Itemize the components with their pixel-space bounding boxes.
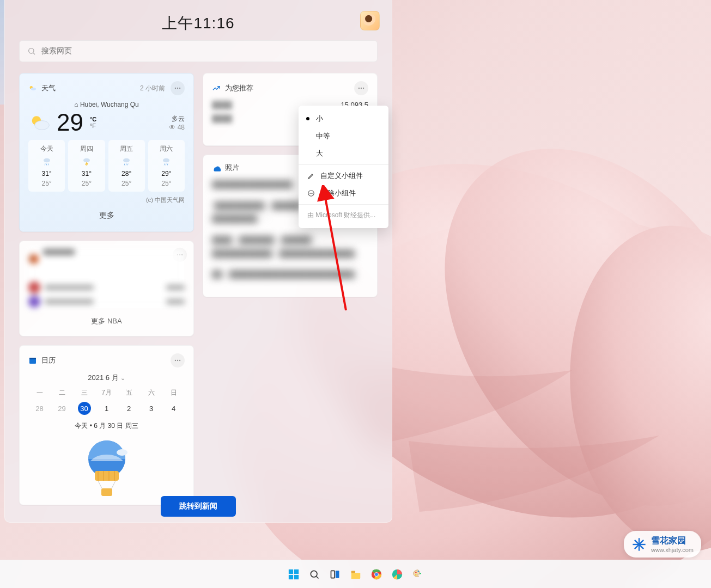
svg-point-33 xyxy=(179,360,180,361)
browser2-button[interactable] xyxy=(389,566,405,583)
svg-point-22 xyxy=(163,158,169,163)
svg-line-41 xyxy=(111,481,116,489)
svg-point-4 xyxy=(29,48,34,53)
svg-line-16 xyxy=(48,164,48,166)
finance-title: 为您推荐 xyxy=(225,83,253,93)
svg-line-23 xyxy=(165,164,165,166)
svg-line-40 xyxy=(98,481,102,489)
weather-attribution: (c) 中国天气网 xyxy=(28,196,185,204)
svg-point-45 xyxy=(361,88,362,89)
weather-condition: 多云 👁 48 xyxy=(169,114,185,131)
svg-point-43 xyxy=(117,449,127,456)
menu-customize-widget[interactable]: 自定义小组件 xyxy=(299,167,388,185)
calendar-more-button[interactable] xyxy=(171,353,185,367)
svg-line-24 xyxy=(166,164,167,166)
snowflake-icon xyxy=(631,537,647,552)
svg-line-19 xyxy=(124,164,125,166)
svg-point-44 xyxy=(358,88,360,89)
weather-more-button[interactable] xyxy=(171,81,185,95)
svg-point-18 xyxy=(123,158,130,163)
svg-point-58 xyxy=(311,571,317,577)
weather-now-icon xyxy=(28,112,50,133)
svg-line-21 xyxy=(127,164,128,166)
svg-line-25 xyxy=(168,164,168,166)
forecast-day[interactable]: 周五28°25° xyxy=(108,140,145,192)
calendar-month[interactable]: 2021 6 月 xyxy=(28,373,185,383)
svg-rect-57 xyxy=(294,574,298,579)
svg-rect-35 xyxy=(95,471,119,481)
svg-rect-54 xyxy=(288,569,293,573)
forecast-day[interactable]: 今天31°25° xyxy=(28,140,65,192)
pencil-icon xyxy=(307,172,315,180)
svg-point-65 xyxy=(375,573,378,576)
forecast-day[interactable]: 周四31°25° xyxy=(68,140,105,192)
svg-rect-61 xyxy=(335,571,339,578)
search-icon xyxy=(27,47,36,56)
svg-point-46 xyxy=(363,88,364,89)
taskbar[interactable] xyxy=(0,560,711,588)
taskview-button[interactable] xyxy=(327,566,343,583)
svg-point-68 xyxy=(417,571,419,572)
svg-rect-42 xyxy=(101,488,112,496)
svg-point-8 xyxy=(175,88,176,89)
menu-size-medium[interactable]: 中等 xyxy=(299,127,388,145)
svg-point-9 xyxy=(177,88,178,89)
forecast-day[interactable]: 周六29°25° xyxy=(148,140,185,192)
desktop-edge xyxy=(0,0,4,523)
menu-remove-widget[interactable]: 删除小组件 xyxy=(299,185,388,202)
svg-rect-62 xyxy=(351,571,355,573)
paint-button[interactable] xyxy=(410,566,426,583)
sports-more-link[interactable]: 更多 NBA xyxy=(28,316,185,326)
clock: 上午11:16 xyxy=(162,13,234,34)
svg-line-59 xyxy=(316,576,318,578)
calendar-widget[interactable]: 日历 2021 6 月 一二三7月五六日 28 29 30 1 xyxy=(19,345,194,505)
onedrive-icon xyxy=(212,163,221,172)
search-placeholder: 搜索网页 xyxy=(41,46,72,56)
bullet-icon xyxy=(306,117,309,120)
svg-point-13 xyxy=(44,158,50,163)
weather-temp: 29 xyxy=(57,111,83,134)
watermark-url: www.xhjaty.com xyxy=(651,547,694,553)
user-avatar[interactable] xyxy=(360,11,380,30)
finance-more-button[interactable] xyxy=(354,81,368,95)
remove-icon xyxy=(307,189,315,197)
svg-point-67 xyxy=(415,572,417,573)
svg-line-5 xyxy=(33,53,35,54)
taskbar-search-button[interactable] xyxy=(306,566,323,583)
svg-line-14 xyxy=(45,164,45,166)
calendar-illustration xyxy=(28,437,185,497)
svg-point-10 xyxy=(179,88,180,89)
menu-size-large[interactable]: 大 xyxy=(299,145,388,162)
weather-icon xyxy=(28,84,37,93)
calendar-icon xyxy=(28,356,37,365)
explorer-button[interactable] xyxy=(348,566,364,583)
svg-rect-60 xyxy=(331,571,335,578)
weather-title: 天气 xyxy=(41,83,56,93)
calendar-grid[interactable]: 一二三7月五六日 28 29 30 1 2 3 4 xyxy=(28,386,185,417)
svg-point-32 xyxy=(177,360,178,361)
svg-point-69 xyxy=(420,572,421,574)
widgets-panel: 上午11:16 搜索网页 天气 2 小时前 xyxy=(4,0,392,523)
svg-rect-55 xyxy=(294,569,298,573)
calendar-title: 日历 xyxy=(41,356,56,365)
chrome-button[interactable] xyxy=(368,566,385,583)
search-input[interactable]: 搜索网页 xyxy=(19,40,378,62)
weather-more-link[interactable]: 更多 xyxy=(28,207,185,224)
watermark: 雪花家园 www.xhjaty.com xyxy=(624,531,701,558)
menu-provider: 由 Microsoft 财经提供... xyxy=(299,207,388,224)
jump-to-news-button[interactable]: 跳转到新闻 xyxy=(161,496,236,517)
svg-point-70 xyxy=(415,574,417,575)
svg-point-17 xyxy=(83,158,90,163)
weather-units[interactable]: °C °F xyxy=(90,116,96,129)
svg-line-15 xyxy=(46,164,47,166)
menu-size-small[interactable]: 小 xyxy=(299,110,388,127)
start-button[interactable] xyxy=(285,566,302,583)
weather-widget[interactable]: 天气 2 小时前 Hubei, Wuchang Qu 29 °C xyxy=(19,73,194,232)
weather-age: 2 小时前 xyxy=(140,84,165,93)
sports-widget[interactable]: 🏀 更多 NBA xyxy=(19,241,194,336)
svg-point-7 xyxy=(31,88,36,90)
weather-forecast: 今天31°25° 周四31°25° 周五28°25° 周六29°25° xyxy=(28,140,185,192)
calendar-today: 今天 • 6 月 30 日 周三 xyxy=(28,421,185,431)
photos-title: 照片 xyxy=(225,163,239,173)
svg-line-20 xyxy=(126,164,126,166)
